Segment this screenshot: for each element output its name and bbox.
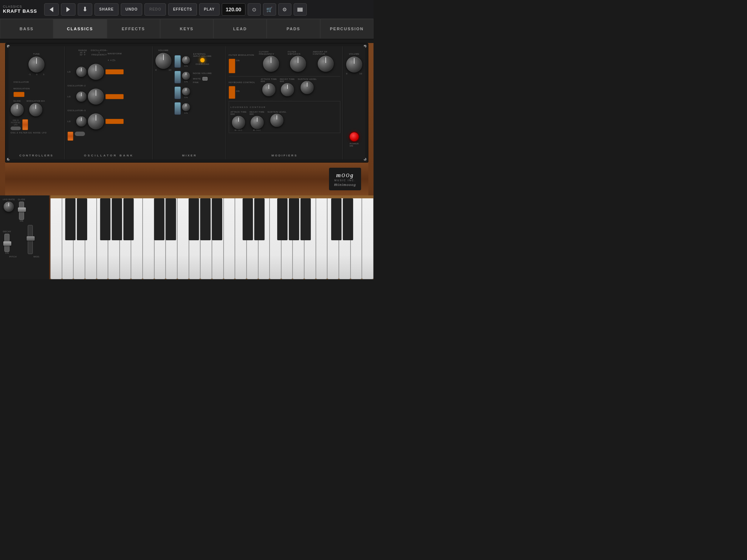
cat-pads[interactable]: PADS [267,19,320,39]
osc-mod-switch[interactable] [13,92,24,97]
white-key-1[interactable] [50,198,62,279]
black-key-12 [254,198,264,240]
cutoff-knob[interactable] [263,56,279,72]
loud-attack-knob[interactable] [232,116,245,129]
filter-sustain-knob[interactable] [301,81,314,94]
modifiers-section: MODIFIERS FILTER MODULATION ON [227,46,343,159]
keyboard-ctrl-label: KEYBOARD CONTROL [229,81,255,83]
black-key-15 [301,198,311,240]
white-key-9[interactable] [143,198,154,279]
main-panel: CONTROLLERS TUNE -101 OSCILLATORMODULATI… [5,43,368,163]
black-key-14 [289,198,299,240]
osc1-mix-knob[interactable] [182,72,190,80]
main-volume-knob[interactable] [346,57,362,73]
white-key-24[interactable] [316,198,328,279]
osc3-fader[interactable] [22,119,28,130]
white-noise-toggle[interactable] [202,77,208,81]
decay-slider-track [4,234,9,252]
share-button[interactable]: SHARE [94,3,119,16]
next-button[interactable] [61,3,76,16]
tune-knob[interactable] [28,57,44,73]
filter-mod-fader[interactable] [229,59,235,73]
osc3-range-knob[interactable] [76,116,86,127]
prev-button[interactable] [44,3,59,16]
cat-lead[interactable]: LEAD [213,19,267,39]
modifiers-label: MODIFIERS [271,154,297,157]
cat-effects[interactable]: EFFECTS [107,19,160,39]
osc3-wave-switch[interactable] [105,119,124,124]
loud-decay-knob[interactable] [251,116,264,129]
contour-knob[interactable] [318,56,334,72]
osc2-wave-switch[interactable] [105,94,124,99]
osc2-mix-fader[interactable] [174,86,181,99]
battery-button[interactable]: ▓▓ [294,3,307,16]
decay-slider-thumb[interactable] [3,241,11,246]
loud-attack-label: ATTACK TIME600 [231,111,247,115]
mixer-section: MIXER VOLUME 010 [153,46,226,159]
keyboard-area: LFO RATE GLIDE ON DECAY ON [0,195,374,279]
cutoff-label: CUTOFF FREQUENCY [259,51,283,55]
black-key-8 [189,198,199,240]
redo-button[interactable]: REDO [144,3,166,16]
cat-keys[interactable]: KEYS [160,19,213,39]
black-key-5 [123,198,133,240]
white-key-28[interactable] [362,198,374,279]
effects-button[interactable]: EFFECTS [168,3,197,16]
settings-button[interactable]: ⚙ [278,3,291,16]
cat-percussion[interactable]: PERCUSSION [320,19,374,39]
filter-attack-knob[interactable] [262,83,275,96]
osc1-freq-knob[interactable] [88,64,104,80]
black-key-1 [65,198,76,240]
mixer-volume-knob[interactable] [155,53,171,69]
loud-sustain-knob[interactable] [270,114,283,127]
decay-label: DECAY [3,230,11,233]
osc-bank-label: OSCILLATOR BANK [84,154,134,157]
ext-input-fader[interactable] [174,55,181,68]
pitch-slider-thumb[interactable] [27,236,35,241]
black-key-16 [331,198,341,240]
black-key-17 [343,198,353,240]
mod-mix-knob[interactable] [29,103,42,116]
osc3-ctrl-fader[interactable] [67,132,73,141]
toolbar: CLASSICS KRAFT BASS ⬇ SHARE UNDO REDO EF… [0,0,374,19]
tune-label: TUNE [33,53,40,55]
glide-slider-thumb[interactable] [18,207,26,212]
play-button[interactable]: PLAY [199,3,220,16]
glide-knob[interactable] [11,103,24,116]
preset-name: KRAFT BASS [3,8,39,14]
cat-classics[interactable]: CLASSICS [53,19,107,39]
white-key-12[interactable] [177,198,189,279]
mod-mix-label: MODULATION MIX [27,100,45,102]
white-key-16[interactable] [224,198,235,279]
glide-label: GLIDE [13,100,21,102]
osc3-mix-knob[interactable] [182,103,190,111]
black-key-11 [243,198,253,240]
osc3-switch[interactable] [11,127,21,130]
overload-label: OVERLOAD [196,63,209,65]
download-button[interactable]: ⬇ [78,3,92,16]
cat-bass[interactable]: BASS [0,19,53,39]
osc2-range-knob[interactable] [76,92,86,102]
osc2-freq-knob[interactable] [88,89,104,105]
ext-vol-knob[interactable] [182,56,190,64]
pink-label: PINK [193,81,199,83]
keyboard-ctrl-fader[interactable] [229,86,235,99]
osc3-ctrl-switch[interactable] [75,132,85,136]
emphasis-knob[interactable] [290,56,306,72]
metronome-button[interactable]: ⊙ [248,3,261,16]
osc3-mix-fader[interactable] [174,102,181,115]
osc1-mix-fader[interactable] [174,71,181,83]
undo-button[interactable]: UNDO [121,3,142,16]
osc1-wave-switch[interactable] [105,69,124,74]
osc2-mix-knob[interactable] [182,88,190,96]
osc3-freq-knob[interactable] [88,113,104,129]
cart-button[interactable]: 🛒 [263,3,276,16]
power-button[interactable] [349,132,359,142]
keyboard-controls: LFO RATE GLIDE ON DECAY ON [0,195,49,279]
black-key-9 [200,198,210,240]
filter-decay-knob[interactable] [281,83,294,96]
prev-icon [50,7,53,12]
lfo-rate-knob[interactable] [4,202,14,212]
white-label: WHITE [193,78,201,80]
osc1-range-knob[interactable] [76,67,86,77]
